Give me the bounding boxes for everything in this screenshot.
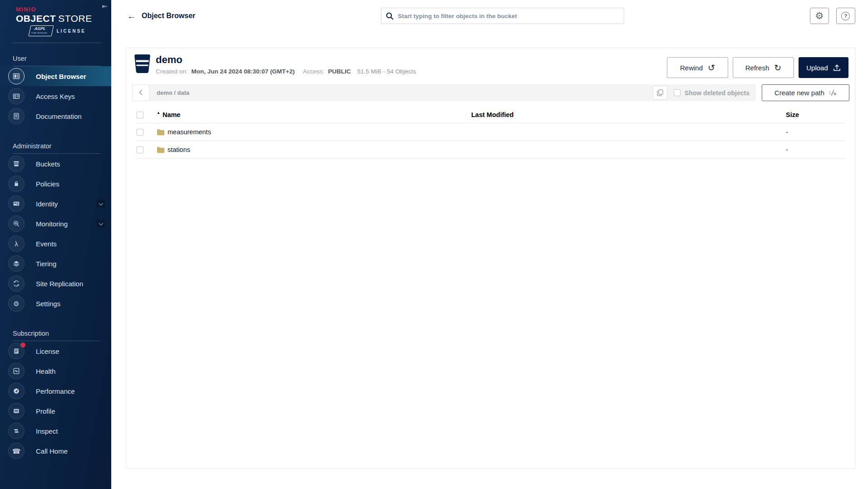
- size-cell: -: [786, 128, 845, 136]
- show-deleted-checkbox[interactable]: [674, 89, 681, 96]
- sidebar-section-administrator: Administrator Buckets Policies Identity: [0, 131, 111, 313]
- sidebar-item-health[interactable]: Health: [0, 361, 111, 381]
- main-area: ← Object Browser ⚙ ? demo Created on: Mo…: [111, 0, 868, 469]
- copy-path-button[interactable]: [653, 86, 667, 100]
- bucket-usage: 51.5 MiB - 54 Objects: [357, 68, 416, 75]
- rewind-button[interactable]: Rewind↺: [667, 57, 728, 78]
- policies-icon: [8, 176, 25, 192]
- chevron-left-icon: ‹: [139, 86, 143, 98]
- sidebar-section-subscription: Subscription License Health Performance: [0, 318, 111, 461]
- sidebar-item-settings[interactable]: ⚙ Settings: [0, 293, 111, 313]
- sidebar: ⇤ MINIO OBJECTSTORE AGPLFree Software LI…: [0, 0, 111, 489]
- objects-table: ▲ Name Last Modified Size measurements -: [137, 107, 845, 159]
- path-bar: ‹ demo / data Show deleted objects Creat…: [132, 84, 849, 101]
- create-new-path-button[interactable]: Create new path: [762, 84, 849, 101]
- table-row[interactable]: measurements -: [137, 123, 845, 141]
- collapse-sidebar-icon[interactable]: ⇤: [102, 2, 108, 10]
- gear-icon: ⚙: [815, 10, 824, 21]
- copy-icon: [657, 89, 663, 96]
- sidebar-item-documentation[interactable]: Documentation: [0, 106, 111, 126]
- bucket-name: demo: [156, 54, 416, 66]
- help-button[interactable]: ?: [836, 8, 855, 24]
- monitoring-icon: [8, 215, 25, 232]
- column-header-size[interactable]: Size: [786, 111, 845, 118]
- minio-wordmark: MINIO: [16, 6, 111, 13]
- health-icon: [8, 363, 25, 379]
- brand-logo: MINIO OBJECTSTORE AGPLFree Software LICE…: [0, 0, 111, 43]
- bucket-meta: Created on: Mon, Jun 24 2024 08:30:07 (G…: [156, 68, 416, 75]
- page-title: Object Browser: [142, 12, 195, 20]
- bucket-browser-card: demo Created on: Mon, Jun 24 2024 08:30:…: [126, 48, 855, 469]
- access-value: PUBLIC: [328, 68, 351, 75]
- folder-icon: [157, 147, 165, 153]
- refresh-icon: ↻: [774, 64, 781, 72]
- documentation-icon: [8, 108, 25, 124]
- events-icon: λ: [8, 235, 25, 252]
- object-filter-search[interactable]: [381, 8, 624, 24]
- size-cell: -: [786, 146, 845, 153]
- sidebar-item-profile[interactable]: Profile: [0, 401, 111, 421]
- rewind-icon: ↺: [708, 64, 715, 72]
- performance-gauge-icon: [8, 383, 25, 399]
- show-deleted-label: Show deleted objects: [685, 89, 750, 97]
- topbar: ← Object Browser ⚙ ?: [111, 0, 868, 32]
- column-header-last-modified[interactable]: Last Modified: [471, 111, 786, 118]
- license-icon: [8, 343, 25, 359]
- object-name-cell[interactable]: stations: [157, 146, 471, 153]
- access-label: Access:: [303, 68, 324, 75]
- refresh-button[interactable]: Refresh↻: [733, 57, 794, 78]
- product-name: OBJECTSTORE: [16, 13, 111, 24]
- sidebar-item-tiering[interactable]: Tiering: [0, 254, 111, 274]
- help-icon: ?: [841, 12, 850, 20]
- column-header-name[interactable]: Name: [163, 111, 181, 118]
- object-name-cell[interactable]: measurements: [157, 128, 471, 136]
- row-checkbox[interactable]: [137, 147, 143, 153]
- sidebar-item-call-home[interactable]: ☎ Call Home: [0, 441, 111, 461]
- sidebar-item-buckets[interactable]: Buckets: [0, 154, 111, 174]
- created-value: Mon, Jun 24 2024 08:30:07 (GMT+2): [192, 68, 295, 75]
- row-checkbox[interactable]: [137, 129, 143, 136]
- sort-ascending-icon[interactable]: ▲: [157, 111, 160, 115]
- select-all-checkbox[interactable]: [137, 112, 143, 118]
- sidebar-item-monitoring[interactable]: Monitoring: [0, 214, 111, 234]
- sidebar-item-license[interactable]: License: [0, 341, 111, 361]
- sidebar-item-access-keys[interactable]: Access Keys: [0, 86, 111, 106]
- sidebar-item-events[interactable]: λ Events: [0, 234, 111, 254]
- new-path-icon: [829, 89, 837, 96]
- sidebar-item-inspect[interactable]: Inspect: [0, 421, 111, 441]
- inspect-icon: [8, 423, 25, 439]
- section-label: Subscription: [0, 318, 111, 341]
- buckets-icon: [8, 156, 25, 172]
- chevron-down-icon[interactable]: [97, 200, 105, 208]
- object-browser-icon: [8, 68, 25, 84]
- tiering-icon: [8, 255, 25, 272]
- settings-gear-icon: ⚙: [8, 295, 25, 312]
- sidebar-item-site-replication[interactable]: Site Replication: [0, 274, 111, 293]
- sidebar-item-performance[interactable]: Performance: [0, 381, 111, 401]
- sidebar-item-identity[interactable]: Identity: [0, 194, 111, 214]
- settings-button[interactable]: ⚙: [810, 8, 829, 24]
- access-keys-icon: [8, 88, 25, 104]
- call-home-phone-icon: ☎: [8, 443, 25, 459]
- breadcrumb-strip: demo / data Show deleted objects: [149, 84, 756, 101]
- back-arrow-icon[interactable]: ←: [127, 12, 136, 20]
- folder-icon: [157, 129, 165, 136]
- sidebar-section-user: User Object Browser Access Keys Document…: [0, 43, 111, 126]
- search-input[interactable]: [398, 13, 619, 20]
- chevron-down-icon[interactable]: [97, 220, 105, 228]
- table-row[interactable]: stations -: [137, 141, 845, 159]
- bucket-header: demo Created on: Mon, Jun 24 2024 08:30:…: [127, 48, 855, 82]
- section-label: User: [0, 43, 111, 66]
- breadcrumb[interactable]: demo / data: [157, 89, 189, 96]
- show-deleted-toggle[interactable]: Show deleted objects: [674, 89, 750, 97]
- license-word: LICENSE: [57, 29, 86, 34]
- identity-icon: [8, 196, 25, 212]
- notification-dot: [20, 342, 25, 347]
- path-back-button[interactable]: ‹: [132, 84, 149, 101]
- sidebar-item-object-browser[interactable]: Object Browser: [0, 66, 111, 86]
- upload-button[interactable]: Upload: [799, 57, 848, 78]
- section-label: Administrator: [0, 131, 111, 153]
- search-icon: [386, 12, 394, 20]
- agpl-badge: AGPLFree Software: [28, 25, 54, 36]
- sidebar-item-policies[interactable]: Policies: [0, 174, 111, 194]
